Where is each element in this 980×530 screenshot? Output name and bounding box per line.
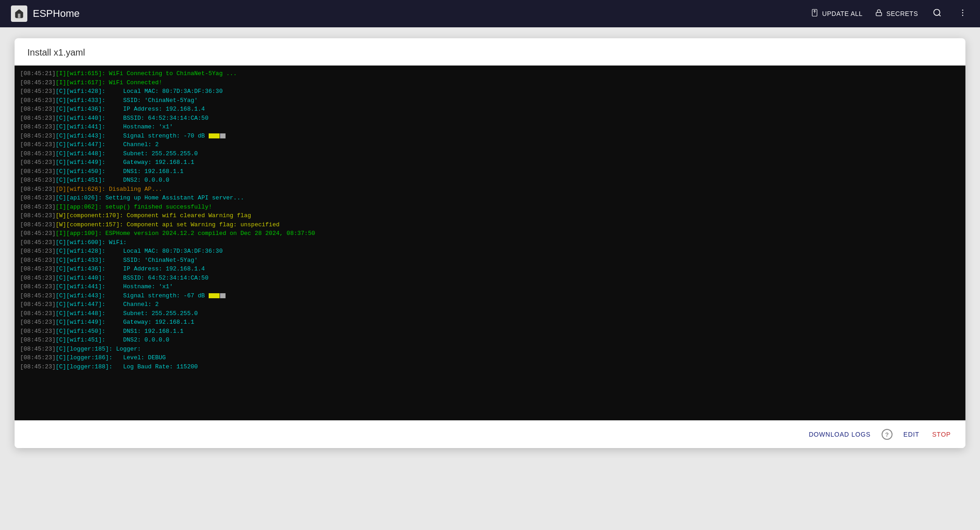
log-line: [08:45:23][C][wifi:443]: Signal strength… xyxy=(20,291,960,301)
more-menu-button[interactable] xyxy=(956,6,969,21)
edit-button[interactable]: EDIT xyxy=(902,427,921,442)
log-line: [08:45:23][C][wifi:450]: DNS1: 192.168.1… xyxy=(20,327,960,336)
log-line: [08:45:23][C][wifi:436]: IP Address: 192… xyxy=(20,105,960,114)
brand-name: ESPHome xyxy=(33,8,80,20)
svg-point-4 xyxy=(962,9,964,10)
log-line: [08:45:23][C][wifi:448]: Subnet: 255.255… xyxy=(20,149,960,158)
log-line: [08:45:23][C][logger:186]: Level: DEBUG xyxy=(20,353,960,362)
log-line: [08:45:23][C][wifi:428]: Local MAC: 80:7… xyxy=(20,247,960,256)
log-line: [08:45:23][C][wifi:436]: IP Address: 192… xyxy=(20,265,960,274)
help-button[interactable]: ? xyxy=(882,429,893,440)
search-button[interactable] xyxy=(931,6,944,21)
panel-footer: DOWNLOAD LOGS ? EDIT STOP xyxy=(15,420,965,448)
svg-point-3 xyxy=(934,9,940,15)
log-line: [08:45:23][C][logger:185]: Logger: xyxy=(20,345,960,354)
log-line: [08:45:23][C][wifi:433]: SSID: 'ChinaNet… xyxy=(20,96,960,105)
log-line: [08:45:23][C][api:026]: Setting up Home … xyxy=(20,194,960,203)
navbar: ESPHome UPDATE ALL SECRETS xyxy=(0,0,980,27)
terminal-scroll-area[interactable]: [08:45:21][I][wifi:615]: WiFi Connecting… xyxy=(20,69,960,417)
log-line: [08:45:23][I][wifi:617]: WiFi Connected! xyxy=(20,78,960,87)
log-line: [08:45:23][C][logger:188]: Log Baud Rate… xyxy=(20,362,960,372)
log-line: [08:45:23][C][wifi:450]: DNS1: 192.168.1… xyxy=(20,167,960,176)
panel-title: Install x1.yaml xyxy=(27,47,953,58)
log-line: [08:45:23][C][wifi:428]: Local MAC: 80:7… xyxy=(20,87,960,96)
log-line: [08:45:23][D][wifi:626]: Disabling AP... xyxy=(20,185,960,194)
log-line: [08:45:23][C][wifi:449]: Gateway: 192.16… xyxy=(20,318,960,327)
install-panel: Install x1.yaml [08:45:21][I][wifi:615]:… xyxy=(15,38,965,448)
log-line: [08:45:23][C][wifi:440]: BSSID: 64:52:34… xyxy=(20,114,960,123)
update-all-label: UPDATE ALL xyxy=(822,10,863,17)
brand-icon xyxy=(11,5,27,22)
log-line: [08:45:23][C][wifi:451]: DNS2: 0.0.0.0 xyxy=(20,336,960,345)
secrets-button[interactable]: SECRETS xyxy=(875,9,918,18)
log-line: [08:45:23][C][wifi:448]: Subnet: 255.255… xyxy=(20,309,960,318)
log-line: [08:45:23][C][wifi:600]: WiFi: xyxy=(20,238,960,247)
secrets-label: SECRETS xyxy=(886,10,918,17)
log-line: [08:45:23][W][component:170]: Component … xyxy=(20,211,960,220)
navbar-actions: UPDATE ALL SECRETS xyxy=(811,6,969,21)
log-line: [08:45:23][I][app:100]: ESPHome version … xyxy=(20,229,960,238)
update-icon xyxy=(811,9,819,19)
svg-point-5 xyxy=(962,12,964,13)
log-line: [08:45:23][C][wifi:441]: Hostname: 'x1' xyxy=(20,282,960,291)
log-line: [08:45:23][W][component:157]: Component … xyxy=(20,220,960,229)
svg-point-6 xyxy=(962,15,964,16)
log-line: [08:45:23][C][wifi:433]: SSID: 'ChinaNet… xyxy=(20,256,960,265)
log-line: [08:45:23][C][wifi:440]: BSSID: 64:52:34… xyxy=(20,274,960,283)
download-logs-button[interactable]: DOWNLOAD LOGS xyxy=(807,427,872,442)
svg-rect-2 xyxy=(876,12,882,15)
log-line: [08:45:23][C][wifi:443]: Signal strength… xyxy=(20,132,960,141)
log-line: [08:45:23][C][wifi:451]: DNS2: 0.0.0.0 xyxy=(20,176,960,185)
log-line: [08:45:23][I][app:062]: setup() finished… xyxy=(20,203,960,212)
log-line: [08:45:23][C][wifi:449]: Gateway: 192.16… xyxy=(20,158,960,167)
log-line: [08:45:23][C][wifi:447]: Channel: 2 xyxy=(20,140,960,149)
brand: ESPHome xyxy=(11,5,811,22)
log-line: [08:45:23][C][wifi:447]: Channel: 2 xyxy=(20,300,960,309)
panel-header: Install x1.yaml xyxy=(15,38,965,66)
main-content: Install x1.yaml [08:45:21][I][wifi:615]:… xyxy=(0,27,980,530)
stop-button[interactable]: STOP xyxy=(930,427,953,442)
update-all-button[interactable]: UPDATE ALL xyxy=(811,9,863,19)
log-line: [08:45:23][C][wifi:441]: Hostname: 'x1' xyxy=(20,122,960,132)
lock-icon xyxy=(875,9,883,18)
terminal-output: [08:45:21][I][wifi:615]: WiFi Connecting… xyxy=(15,66,965,420)
log-line: [08:45:21][I][wifi:615]: WiFi Connecting… xyxy=(20,69,960,78)
